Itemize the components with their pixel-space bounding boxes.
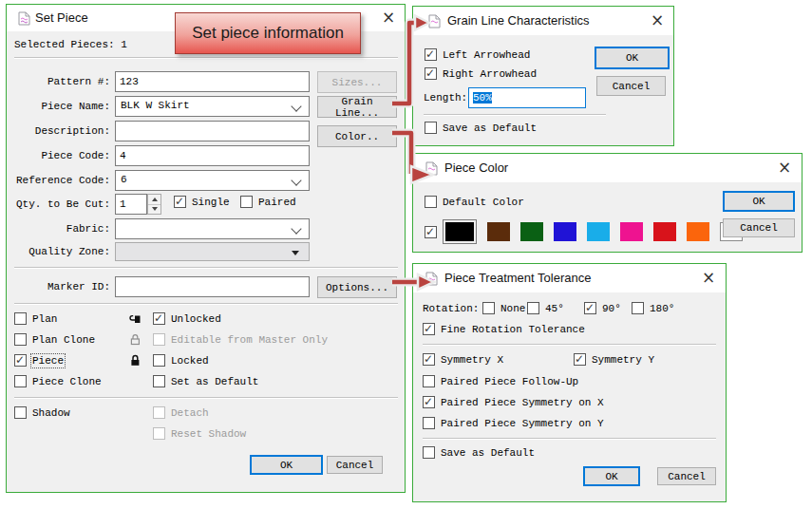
checkbox-box[interactable] (14, 375, 27, 387)
qty-label: Qty. to Be Cut: (12, 198, 110, 210)
checkbox-box[interactable] (153, 375, 165, 387)
locked-padlock-icon (129, 354, 142, 367)
plan-checkbox[interactable]: Plan (14, 312, 57, 325)
default-color-checkbox[interactable]: Default Color (425, 196, 524, 208)
checkbox-box[interactable] (425, 226, 437, 238)
options-button[interactable]: Options... (317, 276, 397, 298)
checkbox-box[interactable] (174, 196, 186, 208)
checkbox-box[interactable] (240, 196, 253, 208)
chevron-down-icon[interactable] (291, 223, 301, 234)
symmetry-x-checkbox[interactable]: Symmetry X (423, 353, 503, 366)
close-icon[interactable]: × (378, 9, 399, 28)
rotation-90-checkbox[interactable]: 90° (584, 302, 621, 314)
color-swatch[interactable] (445, 222, 474, 241)
sizes-button: Sizes... (317, 71, 397, 93)
locked-checkbox[interactable]: Locked (153, 354, 209, 367)
checkbox-label: Left Arrowhead (443, 49, 530, 61)
tooltip-text: Set piece information (192, 24, 344, 43)
checkbox-box[interactable] (425, 122, 437, 134)
qty-stepper[interactable] (147, 194, 161, 215)
checkbox-box[interactable] (584, 302, 596, 314)
chevron-down-icon[interactable] (291, 101, 301, 111)
save-as-default-checkbox[interactable]: Save as Default (423, 446, 535, 459)
checkbox-box[interactable] (425, 48, 437, 61)
color-button[interactable]: Color.. (317, 125, 397, 147)
shadow-checkbox[interactable]: Shadow (14, 406, 70, 419)
qty-input[interactable] (115, 194, 147, 215)
ok-button[interactable]: OK (250, 455, 323, 475)
length-input[interactable]: 50% (468, 87, 586, 108)
left-arrowhead-checkbox[interactable]: Left Arrowhead (425, 48, 530, 61)
symmetry-y-checkbox[interactable]: Symmetry Y (574, 353, 654, 366)
checkbox-box[interactable] (14, 354, 27, 367)
color-swatch[interactable] (687, 222, 709, 241)
paired-symmetry-x-checkbox[interactable]: Paired Piece Symmetry on X (423, 396, 604, 408)
color-swatch[interactable] (487, 222, 510, 241)
ok-button[interactable]: OK (595, 47, 670, 69)
checkbox-box[interactable] (14, 333, 27, 346)
piece-checkbox[interactable]: Piece (14, 354, 64, 367)
quality-zone-label: Quality Zone: (12, 246, 110, 257)
checkbox-box[interactable] (423, 417, 435, 429)
checkbox-box[interactable] (14, 406, 27, 419)
marker-id-input[interactable] (115, 276, 310, 297)
single-checkbox[interactable]: Single (174, 196, 230, 208)
checkbox-box[interactable] (423, 375, 435, 387)
checkbox-box[interactable] (423, 446, 435, 459)
grain-line-button[interactable]: Grain Line... (317, 96, 397, 118)
fabric-combobox[interactable] (115, 218, 310, 239)
color-swatch[interactable] (653, 222, 676, 241)
fine-rotation-checkbox[interactable]: Fine Rotation Tolerance (423, 323, 585, 335)
piece-code-label: Piece Code: (12, 150, 110, 161)
color-swatch[interactable] (620, 222, 643, 241)
checkbox-box[interactable] (153, 354, 165, 367)
checkbox-box[interactable] (425, 196, 437, 208)
checkbox-label: Fine Rotation Tolerance (441, 324, 585, 335)
cancel-button[interactable]: Cancel (327, 456, 383, 474)
description-input[interactable] (115, 121, 310, 141)
paired-followup-checkbox[interactable]: Paired Piece Follow-Up (423, 375, 578, 387)
ok-button[interactable]: OK (723, 191, 795, 212)
checkbox-box[interactable] (153, 312, 165, 325)
cancel-button[interactable]: Cancel (657, 467, 716, 485)
cancel-button[interactable]: Cancel (723, 218, 795, 237)
checkbox-box[interactable] (423, 396, 435, 408)
piece-name-combobox[interactable]: BLK W Skirt (115, 96, 310, 117)
selected-swatch-ring (443, 219, 477, 244)
close-icon[interactable]: × (647, 11, 668, 30)
color-swatch[interactable] (587, 222, 610, 241)
rotation-180-checkbox[interactable]: 180° (632, 302, 674, 314)
piece-clone-checkbox[interactable]: Piece Clone (14, 375, 102, 387)
chevron-down-icon[interactable] (291, 175, 301, 185)
plan-clone-checkbox[interactable]: Plan Clone (14, 333, 95, 346)
unlocked-checkbox[interactable]: Unlocked (153, 312, 221, 325)
checkbox-box[interactable] (14, 312, 27, 325)
paired-checkbox[interactable]: Paired (240, 196, 296, 208)
cancel-button[interactable]: Cancel (596, 76, 666, 96)
separator (14, 57, 398, 59)
checkbox-box[interactable] (574, 353, 586, 366)
reset-shadow-checkbox: Reset Shadow (153, 427, 246, 440)
rotation-none-checkbox[interactable]: None (482, 302, 525, 314)
checkbox-box[interactable] (527, 302, 539, 314)
paired-symmetry-y-checkbox[interactable]: Paired Piece Symmetry on Y (423, 417, 604, 429)
ok-button[interactable]: OK (583, 466, 640, 486)
reference-code-combobox[interactable]: 6 (115, 170, 310, 191)
color-swatch[interactable] (520, 222, 543, 241)
checkbox-box[interactable] (482, 302, 495, 314)
rotation-45-checkbox[interactable]: 45° (527, 302, 564, 314)
checkbox-box[interactable] (632, 302, 644, 314)
right-arrowhead-checkbox[interactable]: Right Arrowhead (425, 67, 537, 80)
color-swatch[interactable] (554, 222, 576, 241)
close-icon[interactable]: × (774, 159, 795, 178)
checkbox-box[interactable] (423, 353, 435, 366)
save-as-default-checkbox[interactable]: Save as Default (425, 122, 537, 134)
checkbox-box[interactable] (423, 323, 435, 335)
checkbox-box[interactable] (425, 67, 437, 80)
set-as-default-checkbox[interactable]: Set as Default (153, 375, 258, 387)
combo-value: BLK W Skirt (121, 100, 190, 111)
spinner-down-icon[interactable] (148, 204, 161, 214)
piece-code-input[interactable] (115, 145, 310, 166)
pattern-input[interactable] (115, 71, 310, 92)
close-icon[interactable]: × (698, 269, 719, 288)
